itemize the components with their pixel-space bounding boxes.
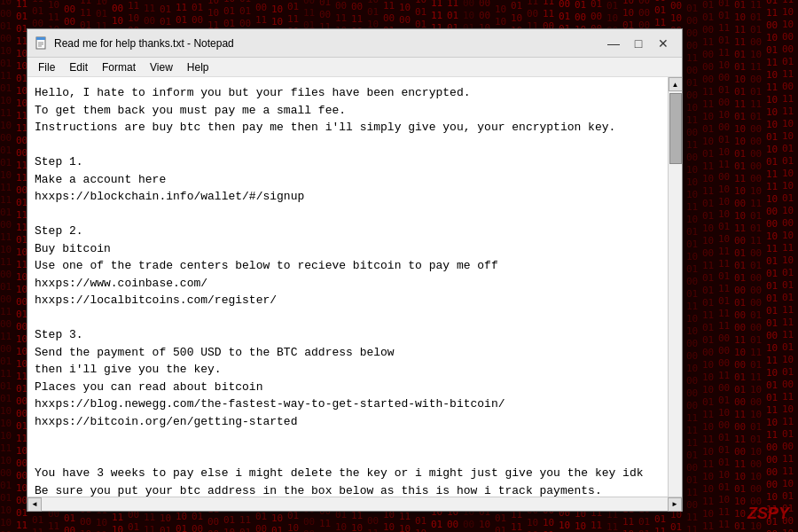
minimize-button[interactable]: — xyxy=(602,34,625,53)
h-scroll-track xyxy=(42,497,668,511)
title-bar: Read me for help thanks.txt - Notepad — … xyxy=(27,29,682,58)
svg-rect-1 xyxy=(36,37,45,40)
menu-item-edit[interactable]: Edit xyxy=(62,59,95,75)
maximize-button[interactable]: □ xyxy=(627,34,650,53)
scroll-right-button[interactable]: ► xyxy=(668,497,682,512)
horizontal-scrollbar: ◄ ► xyxy=(27,497,682,511)
watermark: ZSPY xyxy=(747,505,789,523)
scroll-up-button[interactable]: ▲ xyxy=(669,77,683,91)
scroll-thumb[interactable] xyxy=(669,93,682,164)
vertical-scrollbar[interactable]: ▲ xyxy=(668,77,682,497)
text-area-container: Hello, I hate to inform you but your fil… xyxy=(27,77,682,497)
close-button[interactable]: ✕ xyxy=(652,34,675,53)
menu-bar: FileEditFormatViewHelp xyxy=(27,58,682,77)
menu-item-format[interactable]: Format xyxy=(95,59,143,75)
menu-item-help[interactable]: Help xyxy=(180,59,216,75)
menu-item-file[interactable]: File xyxy=(31,59,62,75)
notepad-window: Read me for help thanks.txt - Notepad — … xyxy=(27,28,683,512)
window-title: Read me for help thanks.txt - Notepad xyxy=(54,37,602,50)
title-controls: — □ ✕ xyxy=(602,34,675,53)
notepad-icon xyxy=(35,36,49,51)
scroll-left-button[interactable]: ◄ xyxy=(27,497,42,512)
menu-item-view[interactable]: View xyxy=(143,59,180,75)
text-content[interactable]: Hello, I hate to inform you but your fil… xyxy=(27,77,668,497)
